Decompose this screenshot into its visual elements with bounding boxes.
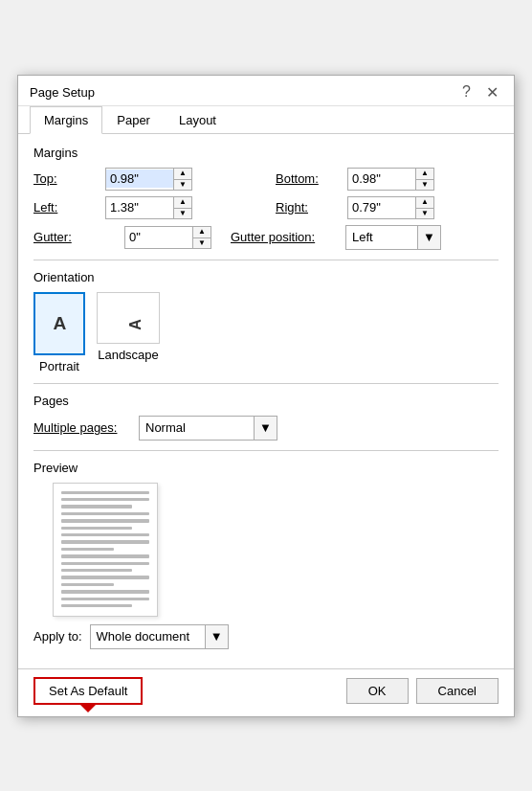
portrait-icon: A (33, 292, 85, 355)
orientation-buttons: A Portrait A Landscape (33, 292, 499, 373)
top-label: Top: (33, 171, 105, 186)
margins-left-right: Left: ▲ ▼ Right: ▲ (33, 196, 499, 225)
apply-to-select[interactable]: Whole document ▼ (90, 624, 229, 649)
title-bar: Page Setup ? ✕ (18, 76, 514, 106)
content-area: Margins Top: ▲ ▼ Bottom: (18, 134, 514, 668)
left-spin-up[interactable]: ▲ (174, 197, 191, 208)
apply-row: Apply to: Whole document ▼ (33, 624, 499, 649)
tab-layout[interactable]: Layout (165, 106, 231, 134)
preview-line-12 (61, 569, 132, 572)
gutter-position-arrow[interactable]: ▼ (417, 226, 440, 249)
left-spin-buttons: ▲ ▼ (173, 197, 191, 218)
landscape-button[interactable]: A Landscape (97, 292, 160, 373)
top-field-row: Top: ▲ ▼ (33, 168, 256, 191)
title-bar-controls: ? ✕ (458, 83, 502, 102)
gutter-position-label: Gutter position: (231, 230, 326, 244)
divider-3 (33, 450, 499, 451)
preview-line-14 (61, 583, 114, 586)
multiple-pages-value: Normal (140, 418, 254, 438)
bottom-field-row: Bottom: ▲ ▼ (276, 168, 499, 191)
svg-text:A: A (54, 313, 67, 333)
preview-line-16 (61, 598, 149, 600)
bottom-spin-buttons: ▲ ▼ (415, 169, 433, 190)
gutter-label: Gutter: (33, 230, 105, 244)
preview-line-3 (61, 505, 132, 508)
right-field-row: Right: ▲ ▼ (276, 196, 499, 219)
pages-section: Pages Multiple pages: Normal ▼ (33, 394, 499, 441)
left-label: Left: (33, 200, 105, 215)
right-input[interactable] (348, 198, 415, 216)
svg-text:A: A (127, 318, 144, 329)
preview-line-8 (61, 540, 149, 543)
gutter-spin-buttons: ▲ ▼ (192, 227, 211, 248)
gutter-spin-down[interactable]: ▼ (193, 237, 211, 248)
preview-line-1 (61, 491, 149, 494)
dialog-title: Page Setup (30, 85, 95, 100)
orientation-label: Orientation (33, 270, 499, 284)
margins-section-label: Margins (33, 146, 499, 160)
preview-line-6 (61, 527, 132, 530)
landscape-label: Landscape (98, 348, 159, 362)
left-spinner: ▲ ▼ (105, 196, 192, 219)
left-spin-down[interactable]: ▼ (174, 208, 191, 218)
gutter-spin-up[interactable]: ▲ (193, 227, 211, 237)
right-buttons: OK Cancel (346, 678, 499, 704)
top-spin-down[interactable]: ▼ (174, 179, 191, 190)
top-input[interactable] (106, 170, 173, 188)
right-spinner: ▲ ▼ (347, 196, 434, 219)
cancel-button[interactable]: Cancel (416, 678, 499, 704)
gutter-input[interactable] (125, 228, 192, 246)
apply-to-value: Whole document (91, 626, 205, 646)
ok-button[interactable]: OK (346, 678, 409, 704)
tab-bar: Margins Paper Layout (18, 106, 514, 134)
top-spin-buttons: ▲ ▼ (173, 169, 191, 190)
gutter-position-value: Left (346, 227, 417, 247)
multiple-pages-arrow[interactable]: ▼ (254, 417, 277, 440)
left-input[interactable] (106, 198, 173, 216)
gutter-spinner: ▲ ▼ (124, 226, 211, 249)
preview-line-5 (61, 519, 149, 522)
pages-row: Multiple pages: Normal ▼ (33, 416, 499, 441)
tab-paper[interactable]: Paper (102, 106, 165, 134)
portrait-button[interactable]: A Portrait (33, 292, 85, 373)
bottom-spin-up[interactable]: ▲ (416, 169, 433, 179)
orientation-section: Orientation A Portrait A (33, 270, 499, 373)
preview-label: Preview (33, 461, 499, 475)
preview-line-13 (61, 576, 149, 578)
bottom-spinner: ▲ ▼ (347, 168, 434, 191)
set-as-default-button[interactable]: Set As Default (33, 677, 143, 705)
landscape-icon: A (97, 292, 160, 344)
preview-line-15 (61, 590, 149, 593)
preview-line-4 (61, 512, 149, 515)
tab-margins[interactable]: Margins (30, 106, 102, 134)
portrait-label: Portrait (39, 359, 79, 373)
preview-line-2 (61, 498, 149, 501)
landscape-svg: A (113, 303, 144, 333)
divider-2 (33, 383, 499, 384)
pages-label: Pages (33, 394, 499, 408)
divider-1 (33, 260, 499, 260)
apply-to-arrow[interactable]: ▼ (205, 625, 228, 648)
right-spin-down[interactable]: ▼ (416, 208, 433, 218)
top-spinner: ▲ ▼ (105, 168, 192, 191)
page-setup-dialog: Page Setup ? ✕ Margins Paper Layout Marg… (17, 75, 515, 717)
preview-line-11 (61, 562, 149, 565)
portrait-svg: A (44, 308, 75, 339)
bottom-input[interactable] (348, 170, 415, 188)
bottom-buttons: Set As Default OK Cancel (18, 668, 514, 716)
bottom-label: Bottom: (276, 171, 347, 186)
preview-line-9 (61, 548, 114, 551)
preview-box (53, 483, 158, 617)
preview-line-7 (61, 533, 149, 536)
right-spin-up[interactable]: ▲ (416, 197, 433, 208)
preview-line-17 (61, 604, 132, 607)
multiple-pages-label: Multiple pages: (33, 420, 139, 435)
gutter-position-select[interactable]: Left ▼ (345, 225, 441, 250)
multiple-pages-select[interactable]: Normal ▼ (139, 416, 277, 441)
gutter-row: Gutter: ▲ ▼ Gutter position: Left ▼ (33, 225, 499, 250)
close-button[interactable]: ✕ (482, 83, 502, 102)
help-button[interactable]: ? (458, 83, 475, 101)
right-spin-buttons: ▲ ▼ (415, 197, 433, 218)
bottom-spin-down[interactable]: ▼ (416, 179, 433, 190)
top-spin-up[interactable]: ▲ (174, 169, 191, 179)
